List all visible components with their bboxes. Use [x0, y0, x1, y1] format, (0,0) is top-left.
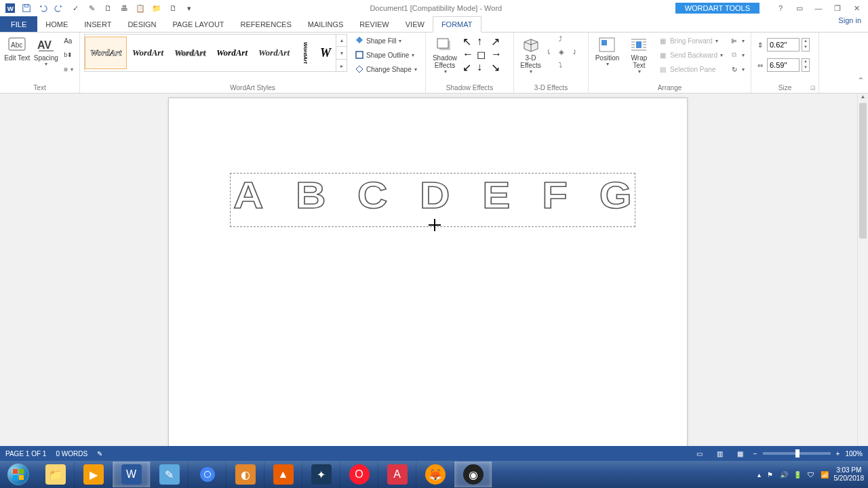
width-spinner[interactable]: ▲▼ — [802, 58, 810, 72]
width-input[interactable] — [767, 58, 800, 72]
gallery-down-icon[interactable]: ▾ — [336, 47, 347, 60]
restore-icon[interactable]: ❐ — [830, 1, 845, 15]
taskbar-app[interactable]: ✦ — [302, 462, 340, 487]
word-icon[interactable]: W — [3, 1, 18, 16]
bring-forward-button[interactable]: ▦Bring Forward▾ — [656, 34, 725, 47]
rotate-button[interactable]: ↻▾ — [728, 62, 747, 76]
3d-toggle-icon[interactable]: ◈ — [559, 48, 571, 60]
taskbar-opera[interactable]: O — [340, 462, 378, 487]
gallery-item[interactable]: WordArt — [169, 37, 211, 69]
minimize-icon[interactable]: — — [811, 1, 826, 15]
vertical-text-button[interactable]: b⬍ — [62, 48, 75, 62]
tab-insert[interactable]: INSERT — [76, 16, 119, 32]
zoom-slider[interactable] — [763, 452, 831, 455]
height-input[interactable] — [767, 38, 800, 52]
qat-icon[interactable]: ✎ — [84, 1, 99, 16]
nudge-shadow-icon[interactable]: ↖ — [462, 35, 476, 47]
height-spinner[interactable]: ▲▼ — [802, 38, 810, 52]
qat-icon[interactable]: ✓ — [68, 1, 83, 16]
clock[interactable]: 3:03 PM 5/20/2018 — [834, 466, 865, 483]
send-backward-button[interactable]: ▦Send Backward▾ — [656, 48, 725, 62]
qat-customize-icon[interactable]: ▾ — [182, 1, 197, 16]
3d-effects-button[interactable]: 3-D Effects▾ — [518, 34, 543, 75]
web-layout-icon[interactable]: ▦ — [733, 448, 748, 459]
redo-icon[interactable] — [52, 1, 66, 16]
align-text-button[interactable]: ≡▾ — [62, 62, 75, 76]
shadow-toggle-icon[interactable]: ◻ — [477, 48, 490, 60]
collapse-ribbon-icon[interactable]: ˆ — [859, 77, 863, 89]
gallery-item[interactable]: WordArt — [295, 37, 315, 69]
vertical-scrollbar[interactable]: ▲ ▼ — [857, 94, 868, 461]
word-count[interactable]: 0 WORDS — [56, 450, 87, 458]
tab-page-layout[interactable]: PAGE LAYOUT — [165, 16, 233, 32]
nudge-shadow-icon[interactable]: ↓ — [477, 61, 490, 73]
undo-icon[interactable] — [35, 1, 50, 16]
taskbar-media-player[interactable]: ▶ — [75, 462, 113, 487]
nudge-shadow-icon[interactable]: ↙ — [462, 61, 476, 73]
scroll-thumb[interactable] — [859, 103, 867, 239]
nudge-shadow-icon[interactable]: ↗ — [491, 35, 505, 47]
battery-icon[interactable]: 🔋 — [792, 469, 803, 480]
spacing-button[interactable]: AV Spacing▾ — [33, 34, 60, 68]
tab-mailings[interactable]: MAILINGS — [300, 16, 352, 32]
nudge-shadow-icon[interactable]: → — [491, 48, 505, 60]
gallery-up-icon[interactable]: ▴ — [336, 34, 347, 47]
selection-pane-button[interactable]: ▤Selection Pane — [656, 62, 725, 76]
tab-home[interactable]: HOME — [37, 16, 76, 32]
tab-file[interactable]: FILE — [0, 16, 37, 32]
print-layout-icon[interactable]: ▥ — [713, 448, 728, 459]
align-button[interactable]: ⊫▾ — [728, 34, 747, 47]
new-icon[interactable]: 🗋 — [165, 1, 180, 16]
sign-in-link[interactable]: Sign in — [831, 16, 868, 32]
group-button[interactable]: ⧉▾ — [728, 48, 747, 62]
gallery-item[interactable]: WordArt — [127, 37, 169, 69]
qat-icon[interactable]: 🖶 — [117, 1, 132, 16]
wrap-text-button[interactable]: Wrap Text▾ — [625, 34, 654, 75]
taskbar-app[interactable]: ✎ — [151, 462, 189, 487]
zoom-level[interactable]: 100% — [845, 450, 863, 458]
help-icon[interactable]: ? — [773, 1, 788, 15]
edit-text-button[interactable]: Abc Edit Text — [4, 34, 31, 62]
tray-expand-icon[interactable]: ▴ — [757, 471, 761, 479]
page[interactable]: A B C D E F G — [168, 98, 688, 461]
gallery-item[interactable]: W — [315, 37, 336, 69]
tab-review[interactable]: REVIEW — [351, 16, 397, 32]
taskbar-word[interactable]: W — [113, 462, 151, 487]
action-center-icon[interactable]: ⚑ — [765, 469, 776, 480]
proofing-icon[interactable]: ✎ — [97, 450, 102, 458]
tilt-icon[interactable]: ⤸ — [572, 48, 584, 60]
ribbon-options-icon[interactable]: ▭ — [792, 1, 807, 15]
nudge-shadow-icon[interactable]: ↘ — [491, 61, 505, 73]
gallery-item[interactable]: WordArt — [85, 37, 127, 69]
volume-icon[interactable]: 🔊 — [778, 469, 789, 480]
close-icon[interactable]: ✕ — [849, 1, 864, 15]
even-height-button[interactable]: Aa — [62, 34, 75, 47]
nudge-shadow-icon[interactable]: ↑ — [477, 35, 490, 47]
page-status[interactable]: PAGE 1 OF 1 — [5, 450, 46, 458]
position-button[interactable]: Position▾ — [593, 34, 622, 68]
read-mode-icon[interactable]: ▭ — [692, 448, 707, 459]
tab-format[interactable]: FORMAT — [433, 16, 481, 33]
zoom-in-icon[interactable]: + — [836, 450, 840, 458]
taskbar-vlc[interactable]: ▲ — [264, 462, 302, 487]
change-shape-button[interactable]: Change Shape▾ — [353, 62, 419, 76]
scroll-up-icon[interactable]: ▲ — [858, 94, 868, 103]
qat-icon[interactable]: 🗋 — [100, 1, 115, 16]
shadow-effects-button[interactable]: Shadow Effects▾ — [430, 34, 460, 75]
start-button[interactable] — [0, 461, 37, 488]
dialog-launcher-icon[interactable]: ◲ — [810, 85, 817, 92]
tab-design[interactable]: DESIGN — [119, 16, 164, 32]
gallery-item[interactable]: WordArt — [211, 37, 253, 69]
security-icon[interactable]: 🛡 — [806, 469, 816, 480]
zoom-out-icon[interactable]: − — [753, 450, 757, 458]
taskbar-app[interactable]: ◐ — [226, 462, 264, 487]
qat-icon[interactable]: 📋 — [133, 1, 148, 16]
network-icon[interactable]: 📶 — [819, 469, 830, 480]
tab-references[interactable]: REFERENCES — [233, 16, 300, 32]
taskbar-obs[interactable]: ◉ — [454, 462, 492, 487]
tilt-icon[interactable]: ⤹ — [546, 48, 558, 60]
qat-icon[interactable]: 📁 — [149, 1, 164, 16]
gallery-item[interactable]: WordArt — [253, 37, 295, 69]
shape-outline-button[interactable]: Shape Outline▾ — [353, 48, 419, 62]
tilt-icon[interactable]: ⤵ — [559, 61, 571, 73]
